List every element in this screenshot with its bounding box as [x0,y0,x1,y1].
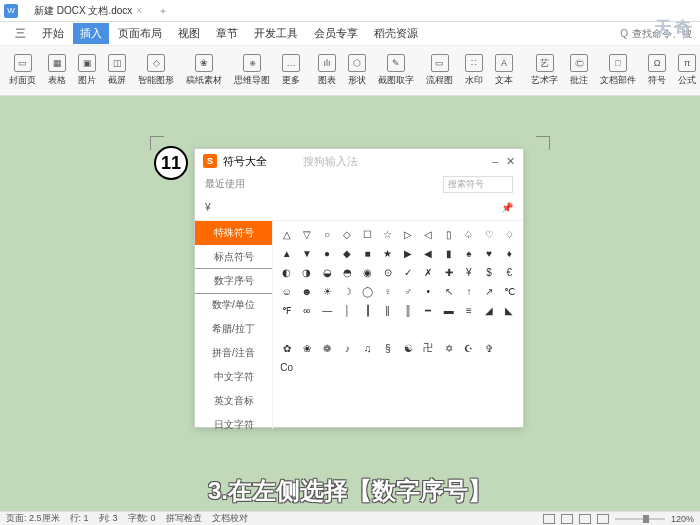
symbol-cell[interactable]: ▲ [277,244,296,262]
symbol-cell[interactable]: ◀ [419,244,438,262]
symbol-cell[interactable]: ☆ [378,225,397,243]
category-日文字符[interactable]: 日文字符 [195,413,272,429]
symbol-cell[interactable]: ❀ [297,339,316,357]
symbol-cell[interactable]: ▼ [297,244,316,262]
symbol-cell[interactable]: ◣ [500,301,519,319]
symbol-cell[interactable]: ☯ [399,339,418,357]
symbol-cell[interactable]: ✞ [480,339,499,357]
menu-2[interactable]: 插入 [73,23,109,44]
symbol-cell[interactable]: ★ [378,244,397,262]
symbol-cell[interactable]: ☪ [459,339,478,357]
symbol-cell[interactable]: 卍 [419,339,438,357]
symbol-cell[interactable] [297,320,316,338]
symbol-cell[interactable]: ◇ [338,225,357,243]
ribbon-水印[interactable]: ∷水印 [462,52,486,89]
symbol-cell[interactable]: ▬ [439,301,458,319]
symbol-cell[interactable]: ◒ [318,263,337,281]
zoom-value[interactable]: 120% [671,514,694,524]
document-tab[interactable]: 新建 DOCX 文档.docx × [24,1,152,21]
dialog-close-icon[interactable]: ✕ [506,155,515,168]
ribbon-图表[interactable]: ılı图表 [315,52,339,89]
symbol-cell[interactable]: ☺ [277,282,296,300]
tab-close-icon[interactable]: × [136,5,142,16]
symbol-cell[interactable]: ℉ [277,301,296,319]
symbol-cell[interactable]: € [500,263,519,281]
category-中文字符[interactable]: 中文字符 [195,365,272,389]
ribbon-封面页[interactable]: ▭封面页 [6,52,39,89]
ribbon-文本[interactable]: A文本 [492,52,516,89]
dialog-minimize-icon[interactable]: – [492,155,498,168]
symbol-cell[interactable]: ↑ [459,282,478,300]
symbol-cell[interactable]: ✿ [277,339,296,357]
category-希腊/拉丁[interactable]: 希腊/拉丁 [195,317,272,341]
symbol-cell[interactable]: ⊙ [378,263,397,281]
symbol-cell[interactable]: ▮ [439,244,458,262]
symbol-cell[interactable]: ◑ [297,263,316,281]
symbol-cell[interactable]: ◁ [419,225,438,243]
ribbon-更多[interactable]: …更多 [279,52,303,89]
view-mode-icon[interactable] [597,514,609,524]
symbol-cell[interactable] [500,320,519,338]
symbol-cell[interactable]: § [378,339,397,357]
symbol-cell[interactable]: ◢ [480,301,499,319]
symbol-cell[interactable]: ∞ [297,301,316,319]
category-特殊符号[interactable]: 特殊符号 [195,221,272,245]
symbol-cell[interactable] [378,320,397,338]
symbol-cell[interactable] [277,320,296,338]
symbol-cell[interactable]: ◉ [358,263,377,281]
symbol-cell[interactable]: ♥ [480,244,499,262]
status-proof[interactable]: 文档校对 [212,512,248,525]
category-数学/单位[interactable]: 数学/单位 [195,293,272,317]
symbol-cell[interactable]: ℃ [500,282,519,300]
ribbon-截图取字[interactable]: ✎截图取字 [375,52,417,89]
symbol-cell[interactable] [338,320,357,338]
menu-1[interactable]: 开始 [35,23,71,44]
symbol-cell[interactable]: ¥ [459,263,478,281]
menu-4[interactable]: 视图 [171,23,207,44]
zoom-slider[interactable] [615,518,665,520]
ribbon-艺术字[interactable]: 艺艺术字 [528,52,561,89]
symbol-cell[interactable] [439,320,458,338]
symbol-cell[interactable]: ◯ [358,282,377,300]
symbol-cell[interactable]: ■ [358,244,377,262]
symbol-cell[interactable]: ✡ [439,339,458,357]
symbol-cell[interactable]: ♡ [480,225,499,243]
symbol-cell[interactable]: ○ [318,225,337,243]
menu-7[interactable]: 会员专享 [307,23,365,44]
symbol-cell[interactable]: ◓ [338,263,357,281]
symbol-cell[interactable]: ☐ [358,225,377,243]
ribbon-符号[interactable]: Ω符号 [645,52,669,89]
symbol-cell[interactable]: ≡ [459,301,478,319]
symbol-cell[interactable]: — [318,301,337,319]
ribbon-批注[interactable]: ㉢批注 [567,52,591,89]
symbol-cell[interactable]: ✓ [399,263,418,281]
category-标点符号[interactable]: 标点符号 [195,245,272,269]
status-spell[interactable]: 拼写检查 [166,512,202,525]
symbol-cell[interactable]: ☻ [297,282,316,300]
symbol-cell[interactable] [480,320,499,338]
symbol-cell[interactable]: ● [318,244,337,262]
symbol-cell[interactable] [500,339,519,357]
symbol-cell[interactable]: ♤ [459,225,478,243]
pin-icon[interactable]: 📌 [501,202,513,213]
menu-6[interactable]: 开发工具 [247,23,305,44]
symbol-cell[interactable]: ✗ [419,263,438,281]
symbol-cell[interactable]: ║ [399,301,418,319]
symbol-cell[interactable] [318,320,337,338]
tab-add-icon[interactable]: ＋ [152,4,174,18]
symbol-cell[interactable]: ✚ [439,263,458,281]
symbol-cell[interactable]: Co [277,358,296,376]
ribbon-截屏[interactable]: ◫截屏 [105,52,129,89]
symbol-cell[interactable]: ♦ [500,244,519,262]
category-数字序号[interactable]: 数字序号 [195,269,272,293]
symbol-cell[interactable] [459,320,478,338]
symbol-cell[interactable]: ❁ [318,339,337,357]
menu-3[interactable]: 页面布局 [111,23,169,44]
ribbon-智能图形[interactable]: ◇智能图形 [135,52,177,89]
category-拼音/注音[interactable]: 拼音/注音 [195,341,272,365]
ribbon-公式[interactable]: π公式 [675,52,699,89]
symbol-cell[interactable]: ☀ [318,282,337,300]
menu-5[interactable]: 章节 [209,23,245,44]
symbol-cell[interactable]: ♠ [459,244,478,262]
view-mode-icon[interactable] [579,514,591,524]
